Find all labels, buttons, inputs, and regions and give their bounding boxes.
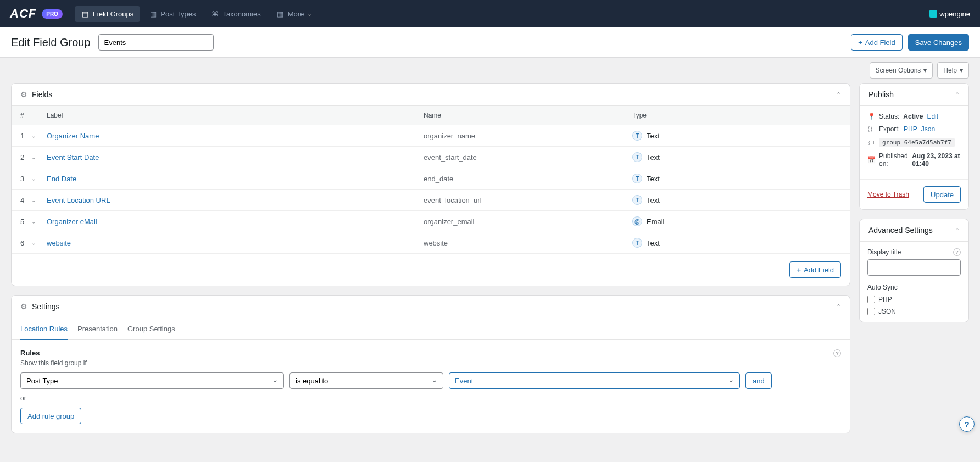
status-row: 📍Status: Active Edit	[867, 113, 961, 120]
publish-head: Publish⌃	[860, 84, 968, 106]
field-row[interactable]: 1⌄Organizer Nameorganizer_nameTText	[12, 125, 850, 147]
collapse-icon[interactable]: ⌃	[955, 91, 960, 98]
tab-group-settings[interactable]: Group Settings	[127, 318, 175, 339]
add-field-button-2[interactable]: +Add Field	[789, 261, 841, 278]
edit-status-link[interactable]: Edit	[927, 113, 938, 120]
settings-panel: ⚙Settings ⌃ Location Rules Presentation …	[11, 295, 850, 433]
nav-post-types[interactable]: ▥Post Types	[142, 6, 202, 22]
tag-icon: 🏷	[867, 139, 875, 147]
tag-icon: ⌘	[211, 10, 219, 18]
top-nav: ▤Field Groups ▥Post Types ⌘Taxonomies ▦M…	[75, 6, 319, 22]
row-name: event_location_url	[424, 196, 632, 204]
update-button[interactable]: Update	[923, 186, 961, 203]
caret-down-icon: ▾	[923, 66, 927, 74]
field-label-link[interactable]: End Date	[47, 175, 76, 183]
help-icon[interactable]: ?	[833, 349, 841, 357]
pin-icon: 📍	[867, 113, 875, 120]
move-to-trash-link[interactable]: Move to Trash	[867, 191, 909, 198]
grid-icon: ▦	[276, 10, 285, 18]
export-json-link[interactable]: Json	[921, 125, 935, 133]
collapse-icon[interactable]: ⌃	[836, 303, 841, 310]
plus-icon: +	[858, 38, 862, 47]
help-icon[interactable]: ?	[953, 248, 961, 256]
settings-panel-head: ⚙Settings ⌃	[12, 296, 850, 318]
auto-sync-label: Auto Sync	[867, 283, 961, 291]
row-number: 5	[20, 218, 31, 226]
help-button[interactable]: Help ▾	[937, 62, 969, 79]
nav-more[interactable]: ▦More⌄	[270, 6, 319, 22]
sync-json-checkbox[interactable]	[867, 308, 875, 315]
advanced-head: Advanced Settings⌃	[860, 219, 968, 242]
field-label-link[interactable]: Organizer Name	[47, 132, 99, 140]
row-label: Organizer eMail	[47, 218, 424, 226]
field-row[interactable]: 6⌄websitewebsiteTText	[12, 232, 850, 253]
page-header: Edit Field Group +Add Field Save Changes	[0, 27, 980, 58]
rule-operator-select[interactable]: is equal to	[289, 372, 443, 389]
expand-icon[interactable]: ⌄	[31, 133, 47, 139]
tab-presentation[interactable]: Presentation	[77, 318, 118, 339]
expand-icon[interactable]: ⌄	[31, 240, 47, 246]
type-text: Email	[647, 218, 665, 226]
rule-and-button[interactable]: and	[745, 372, 772, 389]
sync-json-row[interactable]: JSON	[867, 308, 961, 315]
row-name: end_date	[424, 175, 632, 183]
screen-options-button[interactable]: Screen Options ▾	[870, 62, 933, 79]
add-field-button[interactable]: +Add Field	[851, 34, 903, 51]
rule-value-select[interactable]: Event	[449, 372, 740, 389]
field-row[interactable]: 4⌄Event Location URLevent_location_urlTT…	[12, 190, 850, 211]
expand-icon[interactable]: ⌄	[31, 219, 47, 225]
field-label-link[interactable]: Event Start Date	[47, 153, 99, 162]
add-rule-group-button[interactable]: Add rule group	[20, 408, 81, 424]
add-field-label: Add Field	[865, 38, 895, 47]
nav-field-groups[interactable]: ▤Field Groups	[75, 6, 140, 22]
field-label-link[interactable]: website	[47, 239, 71, 247]
top-bar-left: ACF PRO ▤Field Groups ▥Post Types ⌘Taxon…	[10, 6, 319, 22]
collapse-icon[interactable]: ⌃	[836, 91, 841, 98]
row-number: 6	[20, 239, 31, 247]
nav-label: Post Types	[160, 10, 196, 18]
advanced-panel: Advanced Settings⌃ Display title? Auto S…	[859, 219, 969, 322]
type-text: Text	[647, 196, 660, 204]
plus-icon: +	[797, 266, 801, 274]
col-type-head: Type	[632, 112, 841, 119]
advanced-title: Advanced Settings	[868, 226, 933, 235]
expand-icon[interactable]: ⌄	[31, 197, 47, 203]
publish-body: 📍Status: Active Edit ⟨⟩Export: PHP Json …	[860, 106, 968, 179]
nav-taxonomies[interactable]: ⌘Taxonomies	[204, 6, 267, 22]
sync-php-checkbox[interactable]	[867, 296, 875, 303]
type-icon: T	[632, 195, 642, 205]
pro-badge: PRO	[42, 9, 63, 19]
rule-param-select[interactable]: Post Type	[20, 372, 284, 389]
fields-footer: +Add Field	[12, 253, 850, 286]
type-icon: T	[632, 174, 642, 183]
fields-panel-title: ⚙Fields	[20, 90, 52, 99]
save-changes-button[interactable]: Save Changes	[908, 34, 969, 51]
chevron-down-icon: ⌄	[307, 10, 312, 18]
panel-title-text: Fields	[32, 90, 52, 99]
display-title-input[interactable]	[867, 259, 961, 276]
sidebar: Publish⌃ 📍Status: Active Edit ⟨⟩Export: …	[859, 83, 969, 433]
field-row[interactable]: 5⌄Organizer eMailorganizer_email@Email	[12, 211, 850, 232]
layers-icon: ▤	[81, 10, 90, 18]
type-icon: T	[632, 238, 642, 248]
expand-icon[interactable]: ⌄	[31, 154, 47, 160]
floating-help-button[interactable]: ?	[959, 416, 975, 432]
field-row[interactable]: 2⌄Event Start Dateevent_start_dateTText	[12, 147, 850, 168]
field-row[interactable]: 3⌄End Dateend_dateTText	[12, 168, 850, 190]
content-area: ⚙Fields ⌃ # Label Name Type 1⌄Organizer …	[0, 83, 980, 444]
expand-icon[interactable]: ⌄	[31, 176, 47, 182]
sync-php-row[interactable]: PHP	[867, 296, 961, 303]
row-name: organizer_name	[424, 132, 632, 140]
row-number: 3	[20, 175, 31, 183]
collapse-icon[interactable]: ⌃	[955, 227, 960, 234]
rule-or-text: or	[20, 394, 841, 402]
field-label-link[interactable]: Event Location URL	[47, 196, 110, 204]
export-php-link[interactable]: PHP	[904, 125, 917, 133]
row-label: website	[47, 239, 424, 247]
wpengine-icon	[929, 10, 937, 18]
tab-location-rules[interactable]: Location Rules	[20, 318, 68, 339]
group-name-input[interactable]	[98, 34, 214, 51]
field-label-link[interactable]: Organizer eMail	[47, 218, 97, 226]
sync-json-label: JSON	[878, 308, 896, 315]
row-type: TText	[632, 238, 841, 248]
